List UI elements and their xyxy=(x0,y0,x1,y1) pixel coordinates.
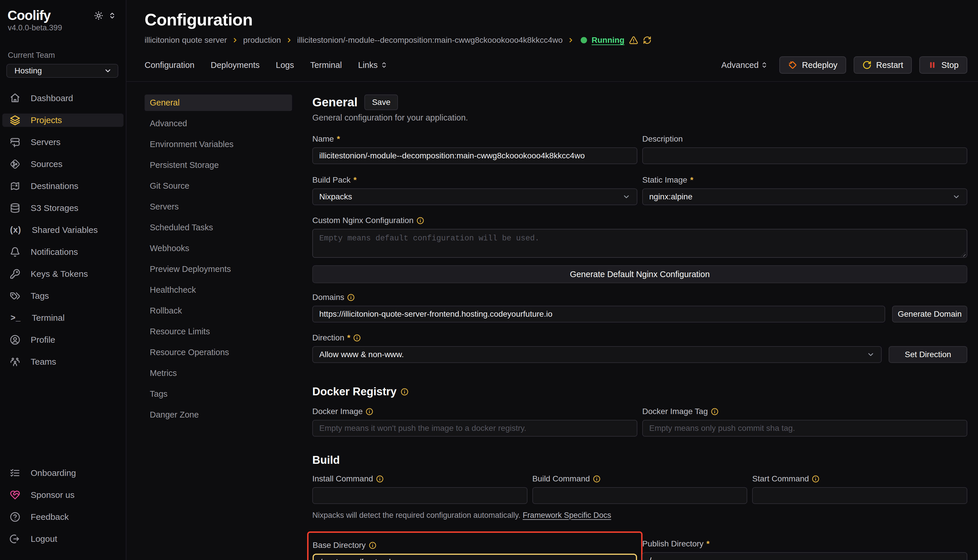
config-menu-tags[interactable]: Tags xyxy=(145,386,292,402)
config-menu-healthcheck[interactable]: Healthcheck xyxy=(145,282,292,298)
info-icon[interactable] xyxy=(347,293,355,302)
static-image-select[interactable]: nginx:alpine xyxy=(642,188,967,205)
config-menu-general[interactable]: General xyxy=(145,95,292,111)
tab-configuration[interactable]: Configuration xyxy=(145,60,195,70)
info-icon[interactable] xyxy=(366,408,373,415)
generate-nginx-button[interactable]: Generate Default Nginx Configuration xyxy=(312,265,967,283)
redeploy-button[interactable]: Redeploy xyxy=(779,57,846,74)
build-command-input[interactable] xyxy=(532,487,747,504)
status-badge[interactable]: Running xyxy=(592,35,625,45)
sidebar-item-destinations[interactable]: Destinations xyxy=(2,180,124,193)
sidebar-item-profile[interactable]: Profile xyxy=(2,333,124,347)
info-icon[interactable] xyxy=(369,542,376,549)
config-menu-git-source[interactable]: Git Source xyxy=(145,178,292,194)
direction-value: Allow www & non-www. xyxy=(319,350,404,359)
config-menu-danger-zone[interactable]: Danger Zone xyxy=(145,407,292,423)
description-input[interactable] xyxy=(642,147,967,164)
config-menu-servers[interactable]: Servers xyxy=(145,198,292,215)
info-icon[interactable] xyxy=(376,475,384,483)
info-icon[interactable] xyxy=(711,408,719,415)
sidebar-item-projects[interactable]: Projects xyxy=(2,113,124,127)
sidebar-item-keys-tokens[interactable]: Keys & Tokens xyxy=(2,267,124,281)
generate-domain-button[interactable]: Generate Domain xyxy=(892,306,967,322)
sidebar-item-shared-variables[interactable]: (x) Shared Variables xyxy=(2,223,124,237)
sidebar-item-teams[interactable]: Teams xyxy=(2,355,124,368)
advanced-label: Advanced xyxy=(721,60,759,70)
tab-deployments[interactable]: Deployments xyxy=(211,60,260,70)
key-icon xyxy=(10,269,20,279)
sidebar-item-logout[interactable]: Logout xyxy=(2,532,124,545)
tab-links-label: Links xyxy=(358,60,378,70)
set-direction-button[interactable]: Set Direction xyxy=(889,346,967,363)
advanced-dropdown[interactable]: Advanced xyxy=(721,60,768,70)
install-command-input[interactable] xyxy=(312,487,527,504)
base-directory-input[interactable] xyxy=(313,553,637,560)
save-button[interactable]: Save xyxy=(364,95,398,110)
build-pack-select[interactable]: Nixpacks xyxy=(312,188,637,205)
tab-logs[interactable]: Logs xyxy=(276,60,294,70)
description-label: Description xyxy=(642,134,683,143)
info-icon[interactable] xyxy=(353,334,361,342)
breadcrumb-project[interactable]: illicitonion quote server xyxy=(145,35,227,45)
sidebar-item-tags[interactable]: Tags xyxy=(2,289,124,303)
sidebar-nav: Dashboard Projects Servers Sources Desti… xyxy=(0,92,126,368)
warning-icon[interactable] xyxy=(629,35,638,45)
custom-nginx-textarea[interactable] xyxy=(312,229,967,258)
sidebar-item-label: Teams xyxy=(31,357,56,367)
tab-links[interactable]: Links xyxy=(358,60,388,70)
sidebar-item-dashboard[interactable]: Dashboard xyxy=(2,92,124,105)
breadcrumb-environment[interactable]: production xyxy=(243,35,281,45)
sidebar-item-notifications[interactable]: Notifications xyxy=(2,245,124,258)
direction-select[interactable]: Allow www & non-www. xyxy=(312,346,882,363)
sidebar-item-terminal[interactable]: >_ Terminal xyxy=(2,311,124,325)
sidebar-item-s3-storages[interactable]: S3 Storages xyxy=(2,202,124,215)
docker-image-tag-input[interactable] xyxy=(642,420,967,437)
sidebar-item-onboarding[interactable]: Onboarding xyxy=(2,467,124,480)
sidebar-item-sponsor-us[interactable]: Sponsor us xyxy=(2,488,124,502)
config-menu-advanced[interactable]: Advanced xyxy=(145,115,292,132)
start-command-input[interactable] xyxy=(752,487,967,504)
sidebar: Coolify v4.0.0-beta.399 Current Team Hos… xyxy=(0,0,126,560)
static-image-value: nginx:alpine xyxy=(649,192,692,202)
refresh-icon[interactable] xyxy=(643,36,652,45)
stop-button[interactable]: Stop xyxy=(919,57,967,74)
info-icon[interactable] xyxy=(593,475,601,483)
theme-chevrons-up-down-icon[interactable] xyxy=(109,12,116,19)
docker-registry-heading: Docker Registry xyxy=(312,385,396,398)
build-pack-value: Nixpacks xyxy=(319,192,352,202)
config-menu-environment-variables[interactable]: Environment Variables xyxy=(145,136,292,153)
info-icon[interactable] xyxy=(416,217,424,225)
config-menu-rollback[interactable]: Rollback xyxy=(145,303,292,319)
chevron-down-icon xyxy=(952,193,960,201)
framework-docs-link[interactable]: Framework Specific Docs xyxy=(523,511,611,520)
config-menu-preview-deployments[interactable]: Preview Deployments xyxy=(145,261,292,277)
build-pack-label: Build Pack xyxy=(312,175,351,185)
info-icon[interactable] xyxy=(401,388,409,396)
config-menu-webhooks[interactable]: Webhooks xyxy=(145,240,292,257)
static-image-label: Static Image xyxy=(642,175,687,185)
publish-directory-input[interactable] xyxy=(642,552,967,560)
config-menu-scheduled-tasks[interactable]: Scheduled Tasks xyxy=(145,219,292,236)
publish-directory-label: Publish Directory xyxy=(642,539,704,548)
sidebar-item-sources[interactable]: Sources xyxy=(2,157,124,171)
sidebar-item-servers[interactable]: Servers xyxy=(2,135,124,149)
docker-image-input[interactable] xyxy=(312,420,637,437)
domains-input[interactable] xyxy=(312,306,885,322)
sidebar-item-label: Feedback xyxy=(31,512,69,522)
required-asterisk: * xyxy=(337,134,340,143)
current-team-label: Current Team xyxy=(8,51,126,60)
restart-button[interactable]: Restart xyxy=(854,57,912,74)
config-menu-metrics[interactable]: Metrics xyxy=(145,365,292,382)
section-subtitle: General configuration for your applicati… xyxy=(312,113,967,123)
restart-label: Restart xyxy=(876,60,903,70)
sidebar-item-feedback[interactable]: Feedback xyxy=(2,510,124,523)
config-menu-persistent-storage[interactable]: Persistent Storage xyxy=(145,157,292,173)
theme-sun-icon[interactable] xyxy=(94,11,103,20)
team-select[interactable]: Hosting xyxy=(7,64,118,78)
breadcrumb-application[interactable]: illicitestonion/-module--decomposition:m… xyxy=(297,35,563,45)
config-menu-resource-operations[interactable]: Resource Operations xyxy=(145,344,292,361)
tab-terminal[interactable]: Terminal xyxy=(310,60,342,70)
name-input[interactable] xyxy=(312,147,637,164)
config-menu-resource-limits[interactable]: Resource Limits xyxy=(145,323,292,340)
info-icon[interactable] xyxy=(812,475,819,483)
